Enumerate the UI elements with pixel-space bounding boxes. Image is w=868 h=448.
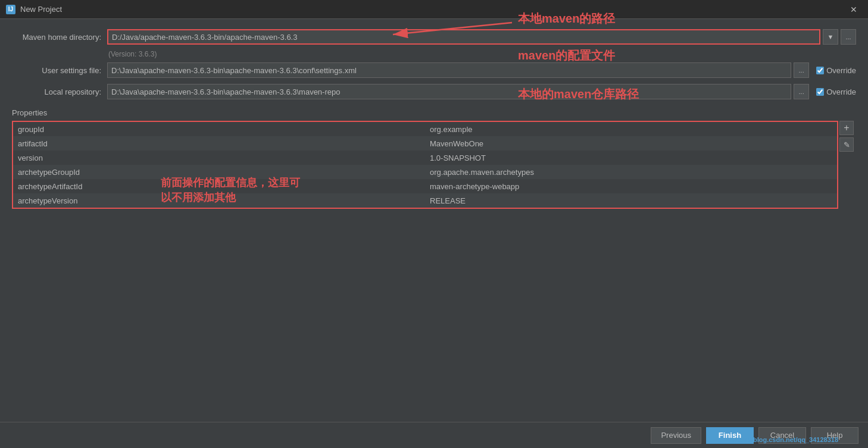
prop-key: archetypeGroupId — [13, 165, 425, 179]
dialog-content: Maven home directory: ▼ ... (Version: 3.… — [0, 19, 868, 422]
maven-home-input[interactable] — [107, 29, 820, 45]
help-button[interactable]: Help — [811, 427, 858, 444]
user-settings-browse[interactable]: ... — [794, 62, 809, 78]
properties-table: groupIdorg.exampleartifactIdMavenWebOnev… — [13, 122, 837, 208]
add-property-button[interactable]: + — [839, 121, 854, 135]
local-repo-label: Local repository: — [12, 87, 107, 96]
finish-button[interactable]: Finish — [706, 427, 754, 444]
maven-version: (Version: 3.6.3) — [108, 50, 856, 58]
empty-area — [12, 209, 856, 412]
table-row[interactable]: version1.0-SNAPSHOT — [13, 151, 837, 165]
dialog-title: New Project — [20, 5, 845, 14]
local-repo-override-wrap: Override — [816, 87, 856, 96]
maven-home-row: Maven home directory: ▼ ... — [12, 29, 856, 45]
prop-key: version — [13, 151, 425, 165]
maven-home-dropdown[interactable]: ▼ — [823, 29, 838, 45]
cancel-button[interactable]: Cancel — [758, 427, 806, 444]
properties-section: Properties groupIdorg.exampleartifactIdM… — [12, 105, 856, 209]
local-repo-override-checkbox[interactable] — [816, 88, 824, 96]
local-repo-browse[interactable]: ... — [794, 84, 809, 99]
local-repo-input-wrap: ... Override — [107, 84, 856, 99]
user-settings-input-wrap: ... Override — [107, 62, 856, 78]
dialog-footer: Previous Finish Cancel Help — [0, 422, 868, 448]
prop-key: archetypeArtifactId — [13, 179, 425, 193]
prop-value: org.apache.maven.archetypes — [425, 165, 837, 179]
prop-value: MavenWebOne — [425, 136, 837, 151]
table-row[interactable]: artifactIdMavenWebOne — [13, 136, 837, 151]
prop-value: org.example — [425, 122, 837, 136]
edit-property-button[interactable]: ✎ — [839, 137, 854, 152]
user-settings-override-checkbox[interactable] — [816, 67, 824, 74]
user-settings-input[interactable] — [107, 62, 791, 78]
close-button[interactable]: ✕ — [845, 2, 862, 17]
prop-key: artifactId — [13, 136, 425, 151]
user-settings-label: User settings file: — [12, 66, 107, 75]
prop-value: 1.0-SNAPSHOT — [425, 151, 837, 165]
local-repo-input[interactable] — [107, 84, 791, 99]
user-settings-override-wrap: Override — [816, 66, 856, 75]
maven-home-label: Maven home directory: — [12, 33, 107, 42]
prop-value: RELEASE — [425, 193, 837, 208]
maven-home-browse[interactable]: ... — [841, 29, 856, 45]
previous-button[interactable]: Previous — [651, 427, 701, 444]
local-repo-override-label: Override — [826, 87, 856, 96]
table-row[interactable]: groupIdorg.example — [13, 122, 837, 136]
maven-home-input-wrap: ▼ ... — [107, 29, 856, 45]
title-bar: IJ New Project ✕ — [0, 0, 868, 19]
properties-table-wrap: groupIdorg.exampleartifactIdMavenWebOnev… — [12, 121, 838, 209]
user-settings-row: User settings file: ... Override — [12, 62, 856, 79]
user-settings-override-label: Override — [826, 66, 856, 75]
table-row[interactable]: archetypeVersionRELEASE — [13, 193, 837, 208]
prop-key: archetypeVersion — [13, 193, 425, 208]
table-row[interactable]: archetypeArtifactIdmaven-archetype-webap… — [13, 179, 837, 193]
local-repo-row: Local repository: ... Override — [12, 83, 856, 100]
prop-value: maven-archetype-webapp — [425, 179, 837, 193]
app-icon: IJ — [6, 5, 15, 14]
table-row[interactable]: archetypeGroupIdorg.apache.maven.archety… — [13, 165, 837, 179]
properties-title: Properties — [12, 108, 856, 117]
prop-key: groupId — [13, 122, 425, 136]
